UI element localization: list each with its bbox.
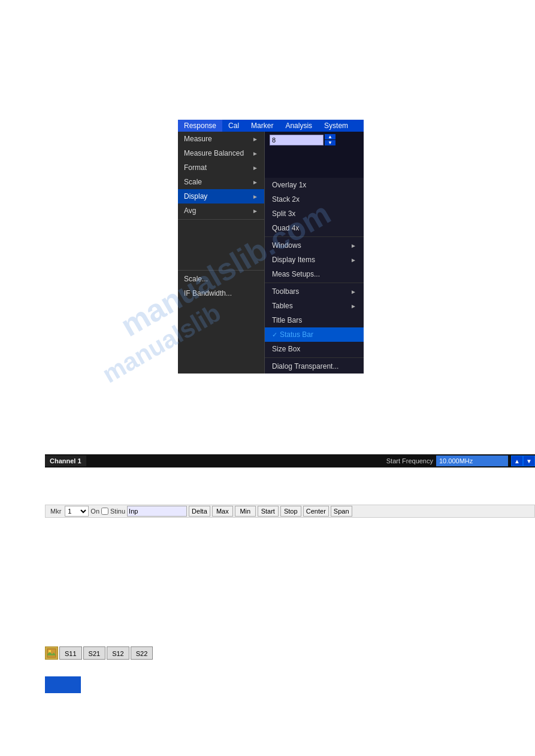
status-btn-group: ▲ ▼ [511,456,535,466]
right-quad[interactable]: Quad 4x [265,221,364,235]
freq-down-button[interactable]: ▼ [523,456,535,466]
channel-label: Channel 1 [45,456,86,466]
right-sep1 [265,236,364,237]
freq-label: Start Frequency [386,457,436,464]
submenu-spacer [178,221,264,269]
menu-response[interactable]: Response [178,120,222,132]
marker-delta-btn[interactable]: Delta [189,506,210,517]
arrow-icon: ► [350,303,356,309]
separator2 [178,270,264,271]
marker-mkr-label: Mkr [49,508,63,515]
check-icon: ✓ [272,331,277,339]
menu-analysis[interactable]: Analysis [279,120,318,132]
menu-input-field[interactable] [270,135,324,145]
menu-system[interactable]: System [318,120,354,132]
tab-icon-img[interactable] [45,646,58,660]
menu-container: Response Cal Marker Analysis System Meas… [178,120,364,374]
arrow-icon: ► [252,208,258,214]
arrow-icon: ► [350,242,356,249]
freq-up-button[interactable]: ▲ [511,456,523,466]
left-submenu: Measure ► Measure Balanced ► Format ► Sc… [178,132,265,374]
marker-center-btn[interactable]: Center [303,506,329,517]
menu-marker[interactable]: Marker [245,120,279,132]
marker-start-btn[interactable]: Start [258,506,279,517]
marker-min-btn[interactable]: Min [235,506,256,517]
up-arrow-button[interactable]: ▲ [325,134,335,139]
marker-max-btn[interactable]: Max [212,506,233,517]
right-stack[interactable]: Stack 2x [265,192,364,207]
freq-input[interactable] [436,456,508,466]
arrow-icon: ► [252,150,258,157]
submenu-format[interactable]: Format ► [178,160,264,175]
down-arrow-button[interactable]: ▼ [325,140,335,145]
arrow-icon: ► [252,136,258,142]
submenu-scale-dots[interactable]: Scale... [178,272,264,286]
submenu-scale[interactable]: Scale ► [178,175,264,189]
right-status-bar[interactable]: ✓ Status Bar [265,327,364,342]
submenu-if-bandwidth[interactable]: IF Bandwidth... [178,286,264,300]
marker-stop-btn[interactable]: Stop [280,506,301,517]
marker-stim-input[interactable] [127,506,187,517]
input-row: ▲ ▼ [265,132,364,148]
right-windows[interactable]: Windows ► [265,238,364,253]
top-menubar: Response Cal Marker Analysis System [178,120,364,132]
right-overlay[interactable]: Overlay 1x [265,178,364,192]
right-sep2 [265,283,364,283]
tab-s11[interactable]: S11 [59,646,82,660]
right-tables[interactable]: Tables ► [265,299,364,313]
right-sep3 [265,357,364,358]
right-display-items[interactable]: Display Items ► [265,253,364,267]
submenu-measure[interactable]: Measure ► [178,132,264,146]
watermark: manualslib.com manualslib [0,0,535,756]
tab-s21[interactable]: S21 [83,646,106,660]
right-toolbars[interactable]: Toolbars ► [265,284,364,299]
right-submenu: ▲ ▼ Overlay 1x Stack 2x Split 3x Quad 4x… [265,132,364,374]
blue-action-button[interactable] [45,676,81,693]
right-split[interactable]: Split 3x [265,207,364,221]
chart-area-placeholder [265,148,364,178]
arrow-icon: ► [252,179,258,186]
menu-cal[interactable]: Cal [222,120,245,132]
up-down-buttons: ▲ ▼ [325,134,335,145]
tab-s12[interactable]: S12 [107,646,129,660]
right-size-box[interactable]: Size Box [265,342,364,356]
right-title-bars[interactable]: Title Bars [265,313,364,327]
right-dialog-transparent[interactable]: Dialog Transparent... [265,359,364,374]
separator [178,219,264,220]
arrow-icon: ► [350,257,356,263]
submenu-avg[interactable]: Avg ► [178,204,264,218]
marker-on-checkbox[interactable] [101,508,108,515]
image-icon [47,648,56,658]
status-bar: Channel 1 Start Frequency ▲ ▼ [45,454,535,467]
submenu-display[interactable]: Display ► [178,189,264,204]
submenu-measure-balanced[interactable]: Measure Balanced ► [178,146,264,160]
arrow-icon: ► [252,193,258,200]
arrow-icon: ► [350,289,356,295]
dropdown-panel: Measure ► Measure Balanced ► Format ► Sc… [178,132,364,374]
marker-number-select[interactable]: 1 2 3 4 [65,506,89,517]
marker-on-label: On [90,508,99,515]
bottom-tabs: S11 S21 S12 S22 [45,646,153,660]
tab-s22[interactable]: S22 [131,646,153,660]
arrow-icon: ► [252,165,258,171]
marker-span-btn[interactable]: Span [331,506,352,517]
right-meas-setups[interactable]: Meas Setups... [265,267,364,281]
marker-toolbar: Mkr 1 2 3 4 On Stinu Delta Max Min Start… [45,505,535,518]
marker-stim-label: Stinu [110,508,125,515]
